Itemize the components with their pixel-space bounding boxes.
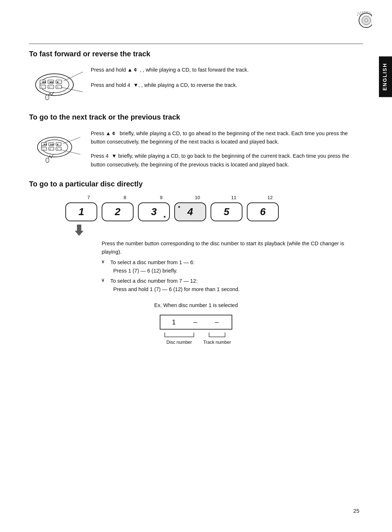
svg-point-14 bbox=[40, 77, 69, 93]
next-track-line2: Press 4 ▼ briefly, while playing a CD, t… bbox=[91, 152, 363, 169]
disc-bullet-2: To select a disc number from 7 — 12: Pre… bbox=[102, 277, 345, 294]
next-track-line1: Press ▲ ¢ briefly, while playing a CD, t… bbox=[91, 129, 363, 146]
svg-point-46 bbox=[46, 158, 49, 163]
disc-number-labels-row: 7 8 9 10 11 12 bbox=[73, 195, 363, 200]
device-illustration-1: ◀◀ ▶▶ ▶ 1 2 3 bbox=[29, 65, 87, 102]
disc-button-4[interactable]: 4 bbox=[174, 202, 206, 221]
display-readout: 1 — — bbox=[160, 315, 232, 330]
svg-text:2: 2 bbox=[50, 148, 51, 150]
fast-forward-section: To fast forward or reverse the track ◀◀ bbox=[29, 50, 363, 102]
disc-button-6[interactable]: 6 bbox=[247, 202, 279, 221]
page-number: 25 bbox=[353, 508, 359, 514]
ex-label: Ex. When disc number 1 is selected bbox=[29, 302, 363, 308]
svg-line-44 bbox=[63, 137, 80, 144]
track-number-label: Track number bbox=[203, 340, 231, 345]
finger-pointer-icon bbox=[73, 223, 87, 238]
svg-text:1: 1 bbox=[42, 148, 44, 150]
disc-buttons-container: 1 2 3 4 5 bbox=[65, 202, 363, 221]
svg-text:◀◀: ◀◀ bbox=[42, 81, 46, 83]
label-9: 9 bbox=[145, 195, 177, 200]
svg-line-28 bbox=[61, 87, 83, 92]
disc-button-1[interactable]: 1 bbox=[65, 202, 97, 221]
svg-text:▶▶: ▶▶ bbox=[50, 81, 54, 83]
fast-forward-line2: Press and hold 4 ▼, , while playing a CD… bbox=[91, 81, 363, 89]
svg-text:▶▶: ▶▶ bbox=[50, 143, 54, 145]
disc-direct-section: To go to a particular disc directly 7 8 … bbox=[29, 180, 363, 345]
label-11: 11 bbox=[218, 195, 250, 200]
top-divider bbox=[29, 44, 363, 44]
disc-button-3[interactable]: 3 bbox=[138, 202, 170, 221]
disc-direct-heading: To go to a particular disc directly bbox=[29, 180, 363, 188]
label-10: 10 bbox=[181, 195, 213, 200]
next-track-section: To go to the next track or the previous … bbox=[29, 113, 363, 169]
fast-forward-heading: To fast forward or reverse the track bbox=[29, 50, 363, 58]
label-8: 8 bbox=[109, 195, 141, 200]
svg-point-29 bbox=[45, 95, 49, 100]
disc-number-label: Disc number bbox=[167, 340, 192, 345]
svg-text:◀◀: ◀◀ bbox=[43, 143, 47, 145]
fast-forward-line1: Press and hold ▲ ¢ , , while playing a C… bbox=[91, 66, 363, 74]
device-illustration-2: ◀◀ ▶▶ ▶ 1 2 3 bbox=[29, 128, 87, 165]
svg-text:3: 3 bbox=[57, 148, 58, 150]
disc-bullet-1: To select a disc number from 1 — 6: Pres… bbox=[102, 258, 345, 275]
label-12: 12 bbox=[254, 195, 286, 200]
svg-text:▶: ▶ bbox=[57, 143, 59, 145]
next-track-heading: To go to the next track or the previous … bbox=[29, 113, 363, 121]
disc-body-text: Press the number button corresponding to… bbox=[102, 239, 345, 256]
disc-button-2[interactable]: 2 bbox=[102, 202, 134, 221]
label-7: 7 bbox=[73, 195, 105, 200]
svg-point-13 bbox=[36, 74, 73, 96]
disc-button-5[interactable]: 5 bbox=[211, 202, 242, 221]
